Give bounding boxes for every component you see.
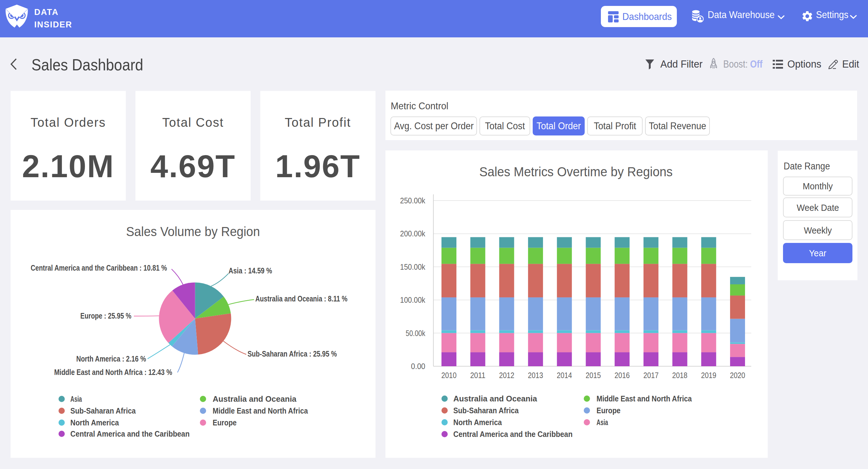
svg-text:2020: 2020 bbox=[730, 371, 745, 380]
svg-text:Middle East and North Africa :: Middle East and North Africa : 12.43 % bbox=[54, 368, 172, 377]
svg-text:50.00k: 50.00k bbox=[406, 329, 425, 338]
svg-text:2012: 2012 bbox=[499, 371, 514, 380]
svg-text:2018: 2018 bbox=[672, 371, 687, 380]
svg-text:Asia: Asia bbox=[596, 418, 608, 427]
svg-text:2014: 2014 bbox=[557, 371, 572, 380]
svg-text:2015: 2015 bbox=[586, 371, 601, 380]
svg-text:2016: 2016 bbox=[615, 371, 630, 380]
svg-text:2011: 2011 bbox=[470, 371, 485, 380]
svg-text:Australia and Oceania: Australia and Oceania bbox=[213, 394, 297, 404]
svg-text:Australia and Oceania: Australia and Oceania bbox=[453, 394, 537, 403]
svg-text:North America: North America bbox=[453, 418, 502, 427]
svg-text:2017: 2017 bbox=[643, 371, 658, 380]
svg-text:Europe : 25.95 %: Europe : 25.95 % bbox=[80, 311, 131, 320]
svg-text:2010: 2010 bbox=[441, 371, 457, 380]
svg-text:250.00k: 250.00k bbox=[400, 196, 425, 205]
svg-text:150.00k: 150.00k bbox=[400, 263, 425, 271]
svg-text:Central America and the Caribb: Central America and the Caribbean bbox=[453, 430, 572, 439]
svg-text:Australia and Oceania : 8.11 %: Australia and Oceania : 8.11 % bbox=[255, 294, 347, 303]
svg-text:0.00: 0.00 bbox=[411, 362, 425, 371]
svg-text:2013: 2013 bbox=[528, 371, 543, 380]
svg-text:North America: North America bbox=[70, 418, 119, 427]
svg-text:Asia: Asia bbox=[70, 394, 82, 404]
svg-text:Middle East and North Africa: Middle East and North Africa bbox=[213, 406, 308, 415]
svg-text:Central America and the Caribb: Central America and the Caribbean bbox=[70, 429, 190, 438]
svg-text:Middle East and North Africa: Middle East and North Africa bbox=[596, 394, 692, 403]
svg-text:Sub-Saharan Africa : 25.95 %: Sub-Saharan Africa : 25.95 % bbox=[248, 349, 337, 358]
svg-text:Sub-Saharan Africa: Sub-Saharan Africa bbox=[70, 406, 136, 415]
svg-text:Central America and the Caribb: Central America and the Caribbean : 10.8… bbox=[31, 263, 167, 272]
svg-text:Asia : 14.59 %: Asia : 14.59 % bbox=[228, 266, 272, 275]
svg-text:North America : 2.16 %: North America : 2.16 % bbox=[76, 354, 146, 363]
svg-text:200.00k: 200.00k bbox=[400, 229, 425, 238]
svg-text:Europe: Europe bbox=[213, 418, 237, 427]
svg-text:2019: 2019 bbox=[701, 371, 716, 380]
svg-text:100.00k: 100.00k bbox=[400, 296, 425, 304]
svg-text:Sales Metrics Overtime by Regi: Sales Metrics Overtime by Regions bbox=[479, 165, 673, 179]
svg-text:Sales Volume by Region: Sales Volume by Region bbox=[126, 224, 260, 239]
svg-text:Europe: Europe bbox=[596, 406, 620, 415]
svg-text:Sub-Saharan Africa: Sub-Saharan Africa bbox=[453, 406, 519, 415]
